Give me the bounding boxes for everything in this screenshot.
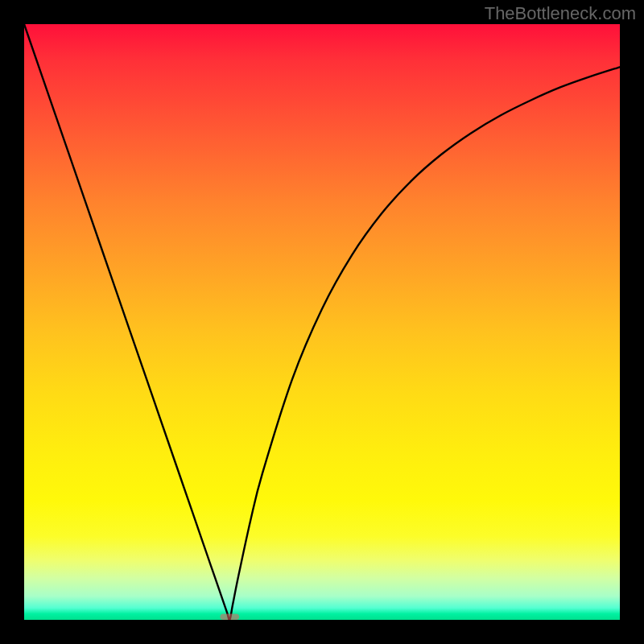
- plot-area: [24, 24, 620, 620]
- chart-frame: TheBottleneck.com: [0, 0, 644, 644]
- chart-svg: [24, 24, 620, 620]
- optimum-marker: [220, 614, 239, 620]
- bottleneck-curve: [24, 24, 620, 620]
- attribution-text: TheBottleneck.com: [485, 3, 636, 24]
